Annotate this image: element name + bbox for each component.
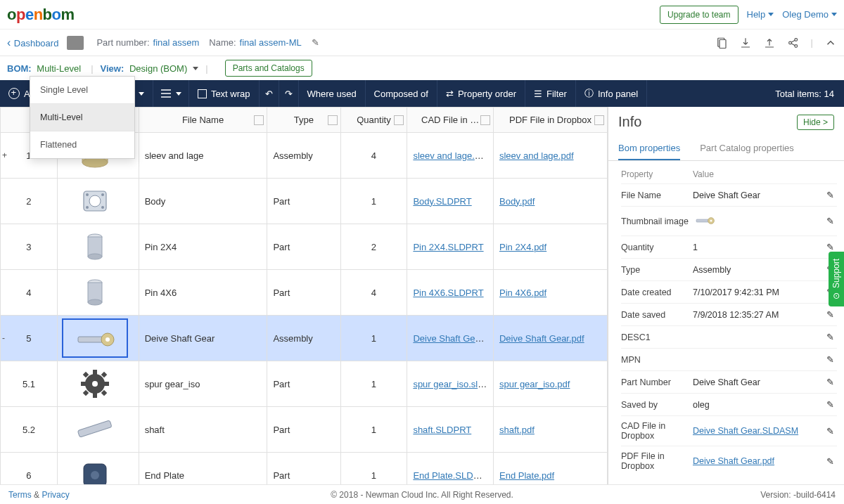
info-tab[interactable]: Part Catalog properties — [700, 137, 794, 160]
column-header[interactable]: CAD File in … — [407, 108, 494, 133]
info-panel-toggle[interactable]: ⓘInfo panel — [576, 80, 647, 107]
dropdown-item-flattened[interactable]: Flattened — [30, 131, 134, 158]
pdf-file-link[interactable]: End Plate.pdf — [499, 470, 554, 481]
type-cell[interactable]: Assembly — [267, 316, 340, 361]
column-header[interactable]: Quantity — [340, 108, 407, 133]
upgrade-button[interactable]: Upgrade to team — [660, 6, 738, 24]
redo-button[interactable]: ↷ — [279, 80, 299, 107]
edit-icon[interactable]: ✎ — [824, 332, 837, 342]
cad-file-link[interactable]: Pin 2X4.SLDPRT — [413, 242, 483, 252]
filter-icon[interactable] — [254, 115, 264, 125]
bom-type-dropdown[interactable]: Multi-Level — [37, 63, 81, 74]
dropdown-item-multi-level[interactable]: Multi-Level — [30, 104, 134, 131]
terms-link[interactable]: Terms — [8, 490, 32, 500]
file-name-cell[interactable]: Body — [139, 179, 267, 224]
quantity-cell[interactable]: 4 — [340, 270, 407, 316]
file-name-cell[interactable]: Pin 2X4 — [139, 224, 267, 270]
copy-icon[interactable] — [715, 37, 728, 49]
type-cell[interactable]: Part — [267, 224, 340, 270]
quantity-cell[interactable]: 1 — [340, 179, 407, 224]
filter-icon[interactable] — [480, 115, 490, 125]
table-row[interactable]: 4Pin 4X6Part4Pin 4X6.SLDPRTPin 4X6.pdf — [1, 270, 608, 316]
type-cell[interactable]: Part — [267, 270, 340, 316]
filter-icon[interactable] — [394, 115, 404, 125]
column-header[interactable]: File Name — [139, 108, 267, 133]
type-cell[interactable]: Part — [267, 179, 340, 224]
quantity-cell[interactable]: 1 — [340, 361, 407, 407]
privacy-link[interactable]: Privacy — [41, 490, 69, 500]
pdf-file-link[interactable]: Pin 2X4.pdf — [499, 242, 546, 252]
undo-button[interactable]: ↶ — [260, 80, 279, 107]
download-icon[interactable] — [739, 37, 752, 49]
file-name-cell[interactable]: Deive Shaft Gear — [139, 316, 267, 361]
type-cell[interactable]: Assembly — [267, 133, 340, 179]
quantity-cell[interactable]: 2 — [340, 224, 407, 270]
file-name-cell[interactable]: shaft — [139, 407, 267, 453]
property-link[interactable]: Deive Shaft Gear.pdf — [693, 456, 774, 466]
image-icon[interactable] — [67, 36, 84, 50]
edit-icon[interactable]: ✎ — [824, 242, 837, 252]
table-row[interactable]: 5.1spur gear_isoPart1spur gear_iso.sldpr… — [1, 361, 608, 407]
quantity-cell[interactable]: 4 — [340, 133, 407, 179]
where-used-button[interactable]: Where used — [299, 80, 366, 107]
thumbnail[interactable] — [63, 228, 127, 265]
table-row[interactable]: -5Deive Shaft GearAssembly1Deive Shaft G… — [1, 316, 608, 361]
logo[interactable]: openbom — [7, 6, 75, 24]
edit-icon[interactable]: ✎ — [824, 354, 837, 365]
info-tab[interactable]: Bom properties — [618, 137, 680, 160]
property-order-button[interactable]: ⇄Property order — [437, 80, 525, 107]
edit-icon[interactable]: ✎ — [824, 309, 837, 320]
edit-icon[interactable]: ✎ — [824, 190, 837, 200]
cad-file-link[interactable]: Pin 4X6.SLDPRT — [413, 287, 483, 298]
cad-file-link[interactable]: sleev and lage.SL… — [413, 150, 493, 161]
cad-file-link[interactable]: spur gear_iso.sldprt — [413, 379, 493, 389]
share-icon[interactable] — [787, 37, 800, 49]
edit-icon[interactable]: ✎ — [824, 426, 837, 437]
pdf-file-link[interactable]: Body.pdf — [499, 196, 535, 207]
pdf-file-link[interactable]: Deive Shaft Gear.pdf — [499, 333, 584, 344]
expand-toggle[interactable]: - — [2, 333, 5, 343]
table-row[interactable]: 5.2shaftPart1shaft.SLDPRTshaft.pdf — [1, 407, 608, 453]
edit-icon[interactable]: ✎ — [824, 399, 837, 410]
edit-icon[interactable]: ✎ — [312, 37, 319, 48]
thumbnail[interactable] — [63, 274, 127, 311]
align-button[interactable] — [153, 80, 189, 107]
file-name-cell[interactable]: Pin 4X6 — [139, 270, 267, 316]
file-name-cell[interactable]: spur gear_iso — [139, 361, 267, 407]
thumbnail[interactable] — [63, 411, 127, 448]
user-menu[interactable]: Oleg Demo — [782, 9, 837, 20]
back-dashboard-link[interactable]: Dashboard — [7, 37, 58, 49]
table-row[interactable]: 3Pin 2X4Part2Pin 2X4.SLDPRTPin 2X4.pdf — [1, 224, 608, 270]
support-tab[interactable]: ⊙Support — [829, 252, 844, 306]
edit-icon[interactable]: ✎ — [824, 456, 837, 467]
cad-file-link[interactable]: shaft.SLDPRT — [413, 425, 471, 435]
table-row[interactable]: 2BodyPart1Body.SLDPRTBody.pdf — [1, 179, 608, 224]
filter-icon[interactable] — [328, 115, 338, 125]
name-value[interactable]: final assem-ML — [240, 37, 302, 48]
column-header[interactable]: Type — [267, 108, 340, 133]
property-link[interactable]: Deive Shaft Gear.SLDASM — [693, 426, 798, 436]
thumbnail[interactable] — [63, 320, 127, 356]
parts-catalogs-button[interactable]: Parts and Catalogs — [225, 60, 312, 77]
cad-file-link[interactable]: Deive Shaft Gear.… — [413, 333, 493, 344]
quantity-cell[interactable]: 1 — [340, 316, 407, 361]
pdf-file-link[interactable]: shaft.pdf — [499, 425, 535, 435]
quantity-cell[interactable]: 1 — [340, 407, 407, 453]
type-cell[interactable]: Part — [267, 361, 340, 407]
upload-icon[interactable] — [763, 37, 776, 49]
composed-of-button[interactable]: Composed of — [366, 80, 437, 107]
edit-icon[interactable]: ✎ — [824, 216, 837, 226]
cad-file-link[interactable]: Body.SLDPRT — [413, 196, 471, 207]
pdf-file-link[interactable]: Pin 4X6.pdf — [499, 287, 546, 298]
thumbnail[interactable] — [63, 366, 127, 402]
chevron-up-icon[interactable] — [824, 37, 837, 49]
file-name-cell[interactable]: sleev and lage — [139, 133, 267, 179]
pdf-file-link[interactable]: sleev and lage.pdf — [499, 150, 574, 161]
text-wrap-toggle[interactable]: Text wrap — [189, 80, 260, 107]
view-dropdown[interactable]: Design (BOM) — [129, 63, 187, 74]
hide-info-button[interactable]: Hide > — [797, 115, 834, 130]
type-cell[interactable]: Part — [267, 407, 340, 453]
column-header[interactable]: PDF File in Dropbox — [493, 108, 607, 133]
filter-button[interactable]: ☰Filter — [525, 80, 576, 107]
cad-file-link[interactable]: End Plate.SLDPRT — [413, 470, 491, 481]
